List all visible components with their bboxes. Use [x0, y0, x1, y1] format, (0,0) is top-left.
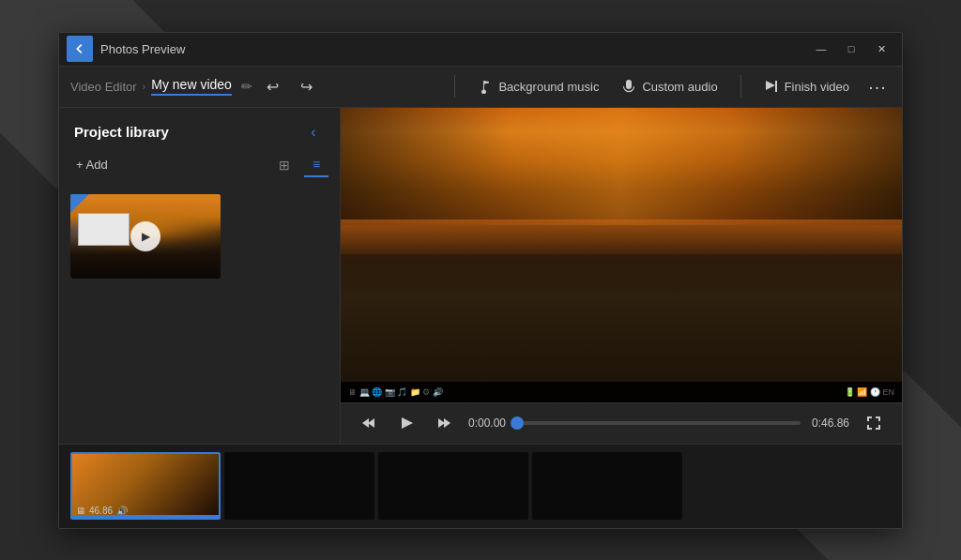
background-music-button[interactable]: Background music	[470, 75, 606, 98]
minimize-button[interactable]: —	[808, 36, 834, 62]
view-grid-button[interactable]: ⊞	[272, 153, 297, 177]
item-indicator	[70, 194, 89, 213]
background-music-label: Background music	[498, 80, 599, 94]
skip-back-button[interactable]	[356, 410, 382, 436]
status-icons: 🖥 💻 🌐 📷 🎵 📁 ⚙ 🔊	[348, 387, 443, 397]
back-button[interactable]	[67, 36, 93, 62]
finish-icon	[764, 79, 779, 94]
window-controls: — □ ✕	[808, 36, 894, 62]
panel-title: Project library	[74, 124, 169, 140]
svg-marker-5	[444, 418, 450, 428]
progress-bar[interactable]	[517, 421, 801, 425]
music-icon	[478, 79, 493, 94]
left-panel: Project library ‹ + Add ⊞ ≡	[59, 108, 341, 444]
svg-marker-2	[368, 418, 374, 428]
skip-forward-button[interactable]	[431, 410, 457, 436]
main-content: Project library ‹ + Add ⊞ ≡	[59, 108, 902, 444]
breadcrumb-parent[interactable]: Video Editor	[70, 80, 137, 94]
app-window: Photos Preview — □ ✕ Video Editor › My n…	[58, 32, 903, 529]
more-button[interactable]: ···	[864, 73, 891, 99]
breadcrumb-current: My new video	[151, 77, 232, 96]
panel-header: Project library ‹	[59, 108, 340, 153]
timeline-active-bar	[72, 515, 219, 518]
project-item[interactable]: ▶	[70, 194, 221, 279]
toolbar-divider-2	[740, 75, 741, 98]
custom-audio-button[interactable]: Custom audio	[614, 75, 725, 98]
progress-thumb[interactable]	[511, 416, 524, 430]
finish-video-button[interactable]: Finish video	[756, 75, 857, 98]
svg-marker-4	[438, 418, 445, 428]
video-preview: 🖥 💻 🌐 📷 🎵 📁 ⚙ 🔊 🔋 📶 🕐 EN	[341, 108, 902, 402]
edit-title-icon[interactable]: ✏	[241, 79, 252, 94]
breadcrumb-separator: ›	[143, 81, 146, 92]
project-thumb: ▶	[70, 194, 221, 279]
timeline-item-empty-1[interactable]	[224, 452, 374, 520]
time-total: 0:46.86	[812, 416, 849, 430]
undo-button[interactable]: ↩	[260, 73, 286, 99]
custom-audio-label: Custom audio	[642, 80, 717, 94]
fullscreen-button[interactable]	[861, 410, 887, 436]
redo-button[interactable]: ↪	[294, 73, 320, 99]
audio-icon	[621, 79, 636, 94]
close-button[interactable]: ✕	[868, 36, 894, 62]
add-media-button[interactable]: + Add	[70, 154, 114, 175]
maximize-button[interactable]: □	[838, 36, 864, 62]
toolbar: Video Editor › My new video ✏ ↩ ↪ Backgr…	[59, 67, 902, 108]
list-icon: ≡	[313, 157, 320, 172]
play-button[interactable]	[393, 410, 419, 436]
app-title: Photos Preview	[100, 42, 808, 56]
title-bar: Photos Preview — □ ✕	[59, 33, 902, 67]
panel-items: ▶	[59, 187, 340, 444]
timeline: 🖥 46.86 🔊	[59, 444, 902, 528]
time-current: 0:00.00	[468, 416, 506, 430]
timeline-item-empty-2[interactable]	[378, 452, 528, 520]
svg-marker-3	[402, 417, 413, 429]
grid-icon: ⊞	[279, 158, 290, 173]
svg-marker-1	[362, 418, 369, 428]
timeline-item[interactable]: 🖥 46.86 🔊	[70, 452, 221, 520]
play-overlay: ▶	[130, 221, 160, 251]
view-list-button[interactable]: ≡	[304, 153, 328, 177]
finish-video-label: Finish video	[785, 80, 849, 94]
outer-background: Photos Preview — □ ✕ Video Editor › My n…	[0, 0, 961, 560]
toolbar-divider	[454, 75, 455, 98]
panel-collapse-button[interactable]: ‹	[302, 121, 325, 144]
preview-status-bar: 🖥 💻 🌐 📷 🎵 📁 ⚙ 🔊 🔋 📶 🕐 EN	[341, 382, 902, 402]
breadcrumb: Video Editor › My new video ✏	[70, 77, 252, 96]
right-panel: 🖥 💻 🌐 📷 🎵 📁 ⚙ 🔊 🔋 📶 🕐 EN	[341, 108, 902, 444]
video-controls: 0:00.00 0:46.86	[341, 402, 902, 444]
svg-rect-0	[775, 81, 777, 92]
timeline-item-empty-3[interactable]	[532, 452, 682, 520]
panel-toolbar: + Add ⊞ ≡	[59, 153, 340, 187]
